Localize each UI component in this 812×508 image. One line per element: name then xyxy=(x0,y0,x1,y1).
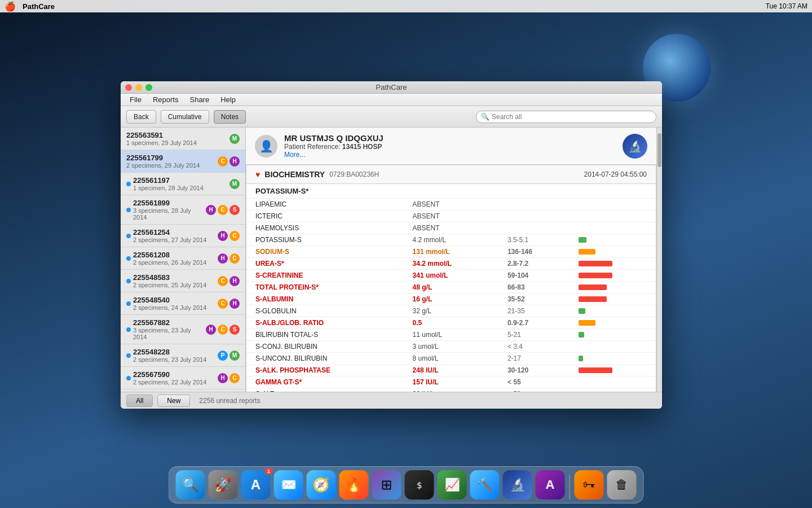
dock-appstore2[interactable]: A xyxy=(536,470,565,500)
dock-launchpad[interactable]: ⊞ xyxy=(372,470,401,500)
badge-p: P xyxy=(218,351,228,361)
menubar-right: Tue 10:37 AM xyxy=(766,2,807,10)
table-row: GAMMA GT-S*157 IU/L< 55 xyxy=(246,376,656,388)
report-table: POTASSIUM-S* LIPAEMICABSENT ICTERICABSEN… xyxy=(246,184,656,392)
apple-menu[interactable]: 🍎 xyxy=(5,1,16,12)
terminal-icon: $ xyxy=(417,480,422,491)
dock-xcode[interactable]: 🔨 xyxy=(470,470,500,500)
close-button[interactable] xyxy=(125,84,132,91)
notes-button[interactable]: Notes xyxy=(214,110,246,124)
table-row: TOTAL PROTEIN-S*48 g/L66-83 xyxy=(246,282,656,294)
dock-pathcare[interactable]: 🔬 xyxy=(503,470,532,500)
badge-h: H xyxy=(218,231,228,241)
unread-indicator xyxy=(126,353,131,358)
list-item[interactable]: 225561197 1 specimen, 28 July 2014 M xyxy=(121,173,245,195)
table-row: HAEMOLYSISABSENT xyxy=(246,222,656,234)
unread-indicator xyxy=(126,279,131,283)
dock-keychain[interactable]: 🗝 xyxy=(575,470,604,500)
scroll-thumb[interactable] xyxy=(657,133,661,167)
waveform-icon: ♥ xyxy=(255,170,260,179)
flames-icon: 🔥 xyxy=(346,477,363,493)
maximize-button[interactable] xyxy=(145,84,152,91)
dock-terminal[interactable]: $ xyxy=(405,470,434,500)
dock-trash[interactable]: 🗑 xyxy=(607,470,637,500)
badge-c: C xyxy=(218,156,228,167)
table-row: LIPAEMICABSENT xyxy=(246,199,656,211)
statusbar: All New 2256 unread reports xyxy=(121,392,662,409)
menubar: 🍎 PathCare Tue 10:37 AM xyxy=(0,0,812,12)
badge-h: H xyxy=(230,276,240,286)
appstore2-icon: A xyxy=(546,478,555,492)
dock-appstore[interactable]: A 1 xyxy=(241,470,271,500)
dock-finder[interactable]: 🔍 xyxy=(176,470,205,500)
list-item[interactable]: 225567882 3 specimens, 23 July 2014 H C … xyxy=(121,315,245,344)
sidebar: 225563591 1 specimen, 29 July 2014 M 225… xyxy=(121,128,246,392)
table-row: S-CONJ. BILIRUBIN3 umol/L< 3.4 xyxy=(246,341,656,353)
table-row: POTASSIUM-S* xyxy=(246,184,656,199)
toolbar: Back Cumulative Notes 🔍 xyxy=(121,106,662,128)
section-date: 2014-07-29 04:55:00 xyxy=(584,170,647,178)
dock-mail[interactable]: ✉️ xyxy=(274,470,303,500)
unread-indicator xyxy=(126,208,131,212)
unread-indicator xyxy=(126,327,131,332)
list-item[interactable]: 225563591 1 specimen, 29 July 2014 M xyxy=(121,128,245,150)
table-row: S-UNCONJ. BILIRUBIN8 umol/L2-17 xyxy=(246,353,656,365)
app-window: PathCare File Reports Share Help Back Cu… xyxy=(121,81,662,409)
dock-activity[interactable]: 📈 xyxy=(438,470,467,500)
badge-c: C xyxy=(230,253,240,264)
dock-safari[interactable]: 🧭 xyxy=(307,470,336,500)
activity-icon: 📈 xyxy=(444,478,460,492)
badge-c: C xyxy=(218,299,228,309)
report-section-header: ♥ BIOCHEMISTRY 0729:BA00236H 2014-07-29 … xyxy=(246,165,656,184)
menu-file[interactable]: File xyxy=(125,94,146,105)
pathcare-logo: 🔬 xyxy=(623,134,647,159)
search-input[interactable] xyxy=(492,113,651,121)
finder-icon: 🔍 xyxy=(182,477,199,493)
unread-indicator xyxy=(126,234,131,238)
report-content: ♥ BIOCHEMISTRY 0729:BA00236H 2014-07-29 … xyxy=(246,165,656,392)
table-row: UREA-S*34.2 mmol/L2.8-7.2 xyxy=(246,258,656,270)
trash-icon: 🗑 xyxy=(616,478,628,492)
dock-flames[interactable]: 🔥 xyxy=(339,470,369,500)
list-item[interactable]: 225567590 2 specimens, 22 July 2014 H C xyxy=(121,367,245,389)
list-item[interactable]: 225561899 3 specimens, 28 July 2014 H C … xyxy=(121,195,245,225)
menu-reports[interactable]: Reports xyxy=(148,94,183,105)
menu-help[interactable]: Help xyxy=(216,94,240,105)
launchpad-icon: ⊞ xyxy=(381,477,392,493)
badge-m: M xyxy=(230,134,240,144)
scrollbar[interactable] xyxy=(656,128,662,392)
table-row: POTASSIUM-S4.2 mmol/L3.5-5.1 xyxy=(246,234,656,246)
badge-c: C xyxy=(218,205,228,215)
table-row: ICTERICABSENT xyxy=(246,211,656,222)
dock-divider xyxy=(570,475,570,500)
search-icon: 🔍 xyxy=(481,113,489,121)
unread-indicator xyxy=(126,376,131,380)
list-item[interactable]: 225548540 2 specimens, 24 July 2014 C H xyxy=(121,292,245,315)
window-title: PathCare xyxy=(376,83,407,91)
cumulative-button[interactable]: Cumulative xyxy=(161,110,209,124)
section-id: 0729:BA00236H xyxy=(329,170,379,178)
all-button[interactable]: All xyxy=(126,395,153,407)
list-item[interactable]: 225548583 2 specimens, 25 July 2014 C H xyxy=(121,270,245,292)
list-item[interactable]: 225561208 2 specimens, 26 July 2014 H C xyxy=(121,247,245,270)
list-item[interactable]: 225548228 2 specimens, 23 July 2014 P M xyxy=(121,344,245,367)
list-item[interactable]: 225561799 2 specimens, 29 July 2014 C H xyxy=(121,150,245,173)
back-button[interactable]: Back xyxy=(126,110,156,124)
patient-avatar: 👤 xyxy=(255,135,277,157)
badge-h: H xyxy=(230,299,240,309)
unread-indicator xyxy=(126,182,131,186)
minimize-button[interactable] xyxy=(135,84,142,91)
badge-m: M xyxy=(230,179,240,189)
keychain-icon: 🗝 xyxy=(583,478,595,492)
report-section: ♥ BIOCHEMISTRY 0729:BA00236H 2014-07-29 … xyxy=(246,165,656,392)
menubar-appname[interactable]: PathCare xyxy=(23,2,55,11)
table-row: S-ALK. PHOSPHATASE248 IU/L30-120 xyxy=(246,365,656,376)
menubar-time: Tue 10:37 AM xyxy=(766,2,807,10)
patient-more-link[interactable]: More... xyxy=(284,151,383,159)
new-button[interactable]: New xyxy=(157,395,190,407)
dock-rocket[interactable]: 🚀 xyxy=(209,470,238,500)
menu-share[interactable]: Share xyxy=(185,94,214,105)
list-item[interactable]: 225561254 2 specimens, 27 July 2014 H C xyxy=(121,225,245,247)
table-row: SODIUM-S131 mmol/L136-146 xyxy=(246,246,656,258)
table-row: S-ALBUMIN16 g/L35-52 xyxy=(246,294,656,305)
